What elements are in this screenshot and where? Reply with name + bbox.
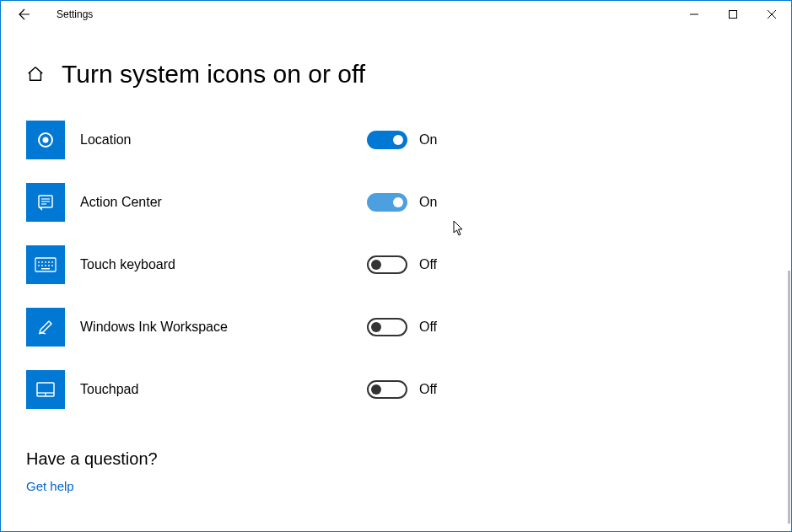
get-help-link[interactable]: Get help [26,479,766,493]
close-button[interactable] [752,1,791,28]
svg-point-14 [41,265,43,266]
svg-point-13 [38,265,40,266]
ink-workspace-icon-tile [26,308,65,347]
help-section: Have a question? Get help [26,449,766,493]
titlebar: Settings [1,1,791,28]
page-header: Turn system icons on or off [26,60,766,89]
toggle-state-text: On [419,195,437,210]
svg-point-2 [43,137,49,143]
content-area: Turn system icons on or off Location On [1,28,791,531]
touchpad-icon [35,381,56,398]
toggle-touch-keyboard[interactable] [367,255,407,274]
icon-row-action-center: Action Center On [26,183,766,222]
toggle-wrap: Off [367,380,437,399]
toggle-wrap: On [367,131,437,149]
back-button[interactable] [8,1,41,28]
toggle-ink-workspace[interactable] [367,318,407,336]
pen-icon [35,317,56,337]
maximize-button[interactable] [714,1,752,28]
window-controls [675,1,791,28]
icon-row-ink-workspace: Windows Ink Workspace Off [26,308,766,347]
toggle-wrap: Off [367,255,437,274]
svg-point-10 [45,261,46,263]
svg-point-11 [48,261,50,263]
toggle-touchpad[interactable] [367,380,407,399]
location-icon [35,130,56,150]
svg-point-16 [48,265,50,266]
svg-point-15 [45,265,46,266]
home-icon[interactable] [26,65,45,83]
svg-point-12 [51,261,53,263]
icon-label: Touchpad [80,382,367,397]
svg-rect-0 [730,11,737,19]
svg-rect-18 [41,268,50,270]
icon-label: Touch keyboard [80,257,367,272]
minimize-button[interactable] [675,1,714,28]
svg-point-8 [38,261,40,263]
icon-label: Action Center [80,195,367,210]
svg-point-17 [51,265,53,266]
svg-point-9 [41,261,43,263]
svg-rect-7 [35,258,56,271]
toggle-wrap: Off [367,318,437,336]
close-icon [768,10,776,19]
touchpad-icon-tile [26,370,65,409]
help-title: Have a question? [26,449,766,469]
icon-label: Windows Ink Workspace [80,320,367,335]
scrollbar[interactable] [788,271,790,524]
system-icons-list: Location On Action Center On [26,121,766,409]
touch-keyboard-icon-tile [26,245,65,284]
icon-row-location: Location On [26,121,766,159]
icon-row-touchpad: Touchpad Off [26,370,766,409]
keyboard-icon [35,257,57,272]
toggle-action-center[interactable] [367,193,407,212]
minimize-icon [690,10,698,19]
icon-label: Location [80,132,367,148]
page-title: Turn system icons on or off [62,60,365,89]
toggle-location[interactable] [367,131,407,149]
window-title: Settings [57,8,93,20]
toggle-wrap: On [367,193,437,212]
toggle-state-text: Off [419,257,437,272]
action-center-icon-tile [26,183,65,222]
toggle-state-text: Off [419,382,437,397]
icon-row-touch-keyboard: Touch keyboard Off [26,245,766,284]
toggle-state-text: On [419,132,437,148]
action-center-icon [35,192,56,212]
back-arrow-icon [18,8,31,21]
toggle-state-text: Off [419,320,437,335]
maximize-icon [729,10,737,19]
location-icon-tile [26,121,65,159]
